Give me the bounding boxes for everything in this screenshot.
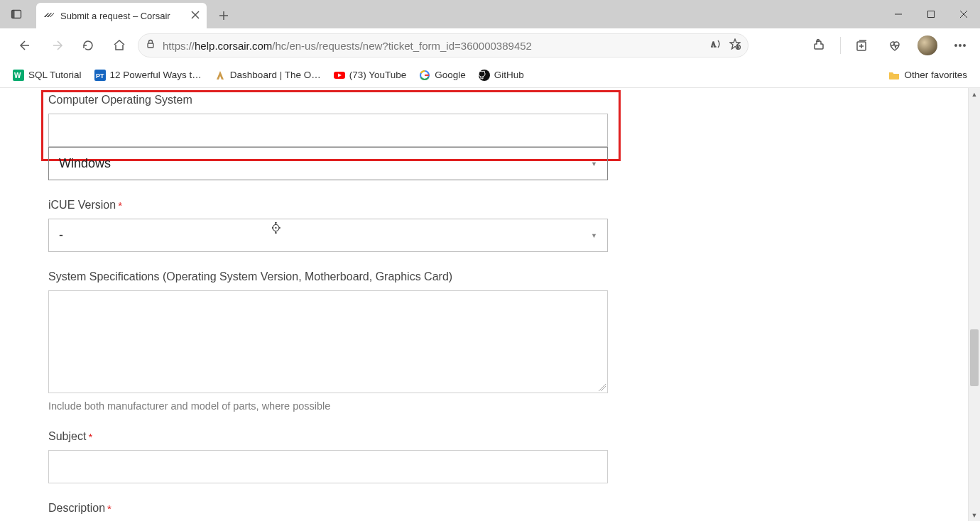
bookmark-label: 12 Powerful Ways t… (110, 70, 202, 80)
icue-select[interactable]: - ▼ (48, 219, 608, 252)
chevron-down-icon: ▼ (591, 160, 597, 168)
new-tab-button[interactable] (211, 3, 236, 28)
os-label: Computer Operating System (48, 94, 968, 106)
svg-text:W: W (14, 72, 21, 79)
address-bar: https://help.corsair.com/hc/en-us/reques… (0, 28, 980, 62)
specs-label: System Specifications (Operating System … (48, 270, 968, 283)
close-tab-icon[interactable] (191, 11, 200, 21)
os-select-value: Windows (59, 156, 111, 171)
svg-rect-7 (928, 11, 935, 18)
scroll-up-button[interactable]: ▲ (969, 88, 980, 100)
svg-point-25 (959, 45, 961, 46)
read-aloud-icon[interactable]: A (711, 38, 722, 53)
bookmark-label: (73) YouTube (349, 70, 407, 80)
specs-textarea[interactable] (48, 290, 608, 393)
scroll-thumb[interactable] (970, 329, 979, 387)
svg-rect-12 (148, 43, 153, 48)
specs-helper: Include both manufacturer and model of p… (48, 400, 968, 412)
minimize-button[interactable] (882, 0, 915, 28)
icue-label: iCUE Version* (48, 199, 968, 212)
icue-select-value: - (59, 228, 63, 243)
health-button[interactable] (883, 34, 906, 57)
github-icon (479, 70, 490, 81)
subject-label: Subject* (48, 430, 968, 443)
odin-icon (214, 70, 226, 81)
scroll-down-button[interactable]: ▼ (969, 509, 980, 521)
chevron-down-icon: ▼ (591, 232, 597, 239)
maximize-button[interactable] (915, 0, 947, 28)
w3-icon: W (13, 70, 24, 81)
collections-button[interactable] (851, 34, 873, 57)
favorite-icon[interactable] (729, 38, 741, 53)
home-button[interactable] (107, 33, 132, 58)
youtube-icon (334, 70, 345, 81)
pt-icon: PT (94, 70, 106, 81)
svg-text:A: A (711, 40, 717, 48)
svg-point-26 (964, 45, 965, 46)
extensions-button[interactable] (807, 34, 830, 57)
google-icon (419, 70, 430, 81)
subject-input[interactable] (48, 450, 608, 483)
os-select[interactable]: Windows ▼ (48, 147, 608, 180)
bookmark-label: SQL Tutorial (28, 70, 82, 80)
bookmark-sql-tutorial[interactable]: W SQL Tutorial (13, 70, 82, 81)
tab-actions-button[interactable] (0, 0, 32, 28)
svg-text:PT: PT (96, 72, 104, 79)
bookmark-label: Dashboard | The O… (230, 70, 321, 80)
bookmark-dashboard-odin[interactable]: Dashboard | The O… (214, 70, 321, 81)
svg-rect-1 (11, 11, 14, 18)
lock-icon (146, 39, 156, 52)
menu-button[interactable] (949, 34, 971, 57)
svg-point-18 (817, 40, 820, 42)
page-content: Computer Operating System Windows ▼ iCUE… (0, 88, 968, 521)
omnibox[interactable]: https://help.corsair.com/hc/en-us/reques… (138, 33, 748, 57)
bookmark-google[interactable]: Google (419, 70, 466, 81)
tab-title: Submit a request – Corsair (60, 11, 185, 21)
profile-avatar[interactable] (916, 34, 939, 57)
back-button[interactable] (13, 33, 38, 58)
other-favorites[interactable]: Other favorites (888, 70, 967, 81)
tab-strip: Submit a request – Corsair (0, 0, 980, 28)
forward-button (44, 33, 70, 58)
close-window-button[interactable] (947, 0, 980, 28)
window-controls (882, 0, 980, 28)
bookmark-label: Google (435, 70, 466, 80)
refresh-button[interactable] (75, 33, 101, 58)
bookmarks-bar: W SQL Tutorial PT 12 Powerful Ways t… Da… (0, 62, 980, 88)
url-text: https://help.corsair.com/hc/en-us/reques… (163, 40, 704, 52)
bookmark-youtube[interactable]: (73) YouTube (334, 70, 407, 81)
bookmark-github[interactable]: GitHub (479, 70, 524, 81)
scrollbar[interactable]: ▲ ▼ (968, 88, 980, 521)
corsair-favicon (43, 9, 55, 23)
folder-icon (888, 70, 900, 81)
browser-tab[interactable]: Submit a request – Corsair (36, 3, 207, 28)
other-favorites-label: Other favorites (904, 70, 967, 80)
bookmark-12-powerful-ways[interactable]: PT 12 Powerful Ways t… (94, 70, 202, 81)
svg-point-24 (955, 45, 957, 46)
description-label: Description* (48, 502, 968, 515)
bookmark-label: GitHub (494, 70, 524, 80)
